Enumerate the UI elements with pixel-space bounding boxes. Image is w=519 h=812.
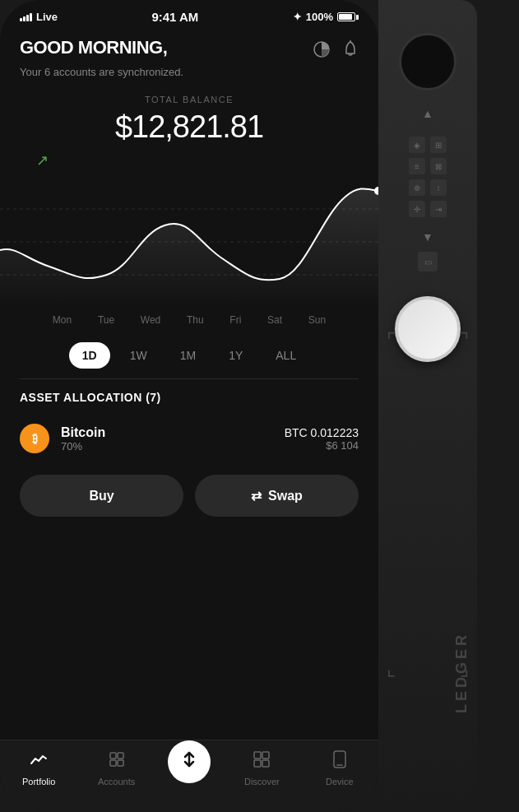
asset-allocation-title: ASSET ALLOCATION (7) <box>20 391 359 404</box>
asset-amount: BTC 0.012223 <box>285 426 359 439</box>
ledger-down-arrow: ▼ <box>422 230 433 244</box>
ledger-icon-3: ≡ <box>409 158 425 174</box>
asset-info: Bitcoin 70% <box>61 425 105 452</box>
filter-all[interactable]: ALL <box>262 342 309 369</box>
main-content: GOOD MORNING, Your <box>0 29 378 525</box>
filter-1y[interactable]: 1Y <box>215 342 256 369</box>
time-display: 9:41 AM <box>151 10 198 24</box>
corner-bracket-tl: ⌜ <box>387 329 396 352</box>
battery-icon <box>337 12 359 21</box>
battery-percent: 100% <box>306 11 333 23</box>
svg-rect-6 <box>110 753 116 759</box>
balance-amount: $12,821.81 <box>20 109 359 145</box>
day-fri: Fri <box>229 314 241 326</box>
bell-icon[interactable] <box>342 40 359 63</box>
tab-accounts[interactable]: Accounts <box>90 750 143 786</box>
asset-value: $6 104 <box>285 439 359 452</box>
bluetooth-icon: ✦ <box>293 11 302 23</box>
ledger-icon-grid: ◈ ⊞ ≡ ⊠ ⊕ ↕ ✛ ⇥ <box>401 128 455 225</box>
accounts-icon <box>108 750 126 773</box>
time-filters: 1D 1W 1M 1Y ALL <box>20 342 359 369</box>
asset-right: BTC 0.012223 $6 104 <box>285 426 359 452</box>
tab-device[interactable]: Device <box>313 750 366 786</box>
signal-bars <box>20 13 32 21</box>
status-right: ✦ 100% <box>293 11 359 23</box>
bitcoin-asset-item: ₿ Bitcoin 70% BTC 0.012223 $6 104 <box>20 415 359 462</box>
chart-svg <box>0 176 378 308</box>
subtitle: Your 6 accounts are synchronized. <box>20 66 359 78</box>
tab-portfolio-label: Portfolio <box>22 777 55 786</box>
greeting-row: GOOD MORNING, <box>20 37 359 63</box>
carrier-label: Live <box>36 11 58 23</box>
svg-rect-14 <box>262 760 269 767</box>
svg-rect-9 <box>118 760 123 766</box>
tab-discover[interactable]: Discover <box>235 750 288 786</box>
balance-label: TOTAL BALANCE <box>20 95 359 104</box>
buy-label: Buy <box>89 489 114 503</box>
tab-discover-label: Discover <box>244 777 280 786</box>
tab-bar: Portfolio Accounts <box>0 740 378 812</box>
tab-accounts-label: Accounts <box>98 777 135 786</box>
ledger-icon-1: ◈ <box>409 137 425 153</box>
tab-portfolio[interactable]: Portfolio <box>12 750 65 786</box>
portfolio-icon <box>30 750 48 773</box>
ledger-icon-2: ⊞ <box>430 137 447 153</box>
header-icons <box>313 40 359 63</box>
ledger-icon-8: ⇥ <box>430 201 447 217</box>
swap-icon: ⇄ <box>251 488 262 503</box>
chart-container <box>0 176 378 308</box>
filter-1w[interactable]: 1W <box>117 342 160 369</box>
action-buttons: Buy ⇄ Swap <box>20 475 359 525</box>
phone-frame: Live 9:41 AM ✦ 100% GOOD MORNING, <box>0 0 378 812</box>
swap-button[interactable]: ⇄ Swap <box>195 475 359 517</box>
bitcoin-icon: ₿ <box>20 424 49 453</box>
filter-1m[interactable]: 1M <box>167 342 209 369</box>
svg-rect-8 <box>110 760 116 766</box>
asset-percentage: 70% <box>61 440 105 452</box>
greeting-text: GOOD MORNING, <box>20 37 167 58</box>
buy-button[interactable]: Buy <box>20 475 183 517</box>
trend-arrow: ↗ <box>20 151 359 169</box>
ledger-icon-6: ↕ <box>430 179 447 196</box>
pie-chart-icon[interactable] <box>313 40 331 63</box>
ledger-main-button[interactable] <box>395 296 461 362</box>
status-left: Live <box>20 11 58 23</box>
day-mon: Mon <box>53 314 72 326</box>
day-sat: Sat <box>267 314 282 326</box>
swap-label: Swap <box>268 489 303 503</box>
device-icon <box>331 750 348 773</box>
ledger-icon-7: ✛ <box>409 201 425 217</box>
asset-left: ₿ Bitcoin 70% <box>20 424 105 453</box>
ledger-up-arrow: ▲ <box>422 107 433 120</box>
corner-bracket-bl: ⌞ <box>387 657 396 680</box>
svg-rect-13 <box>254 760 261 767</box>
svg-rect-7 <box>118 753 123 759</box>
day-tue: Tue <box>98 314 114 326</box>
status-bar: Live 9:41 AM ✦ 100% <box>0 0 378 29</box>
ledger-icon-5: ⊕ <box>409 179 425 196</box>
ledger-top-circle <box>399 33 456 90</box>
tab-transfer[interactable] <box>168 740 211 783</box>
svg-rect-12 <box>262 752 269 759</box>
day-thu: Thu <box>187 314 204 326</box>
balance-section: TOTAL BALANCE $12,821.81 <box>20 95 359 145</box>
chart-days: Mon Tue Wed Thu Fri Sat Sun <box>20 308 359 332</box>
corner-bracket-tr: ⌝ <box>460 329 469 352</box>
divider <box>20 378 359 379</box>
discover-icon <box>253 750 271 773</box>
asset-name: Bitcoin <box>61 425 105 440</box>
day-sun: Sun <box>308 314 326 326</box>
ledger-icon-extra: ▭ <box>418 252 438 271</box>
day-wed: Wed <box>141 314 160 326</box>
tab-device-label: Device <box>326 777 354 786</box>
ledger-icon-4: ⊠ <box>430 158 447 174</box>
ledger-device: ▲ ◈ ⊞ ≡ ⊠ ⊕ ↕ ✛ ⇥ ▼ ▭ ⌜ ⌝ ⌞ ⌟ LEDGER <box>378 0 477 812</box>
ledger-brand-text: LEDGER <box>453 632 470 713</box>
svg-rect-11 <box>254 752 261 759</box>
transfer-icon <box>180 750 198 773</box>
filter-1d[interactable]: 1D <box>69 342 110 369</box>
